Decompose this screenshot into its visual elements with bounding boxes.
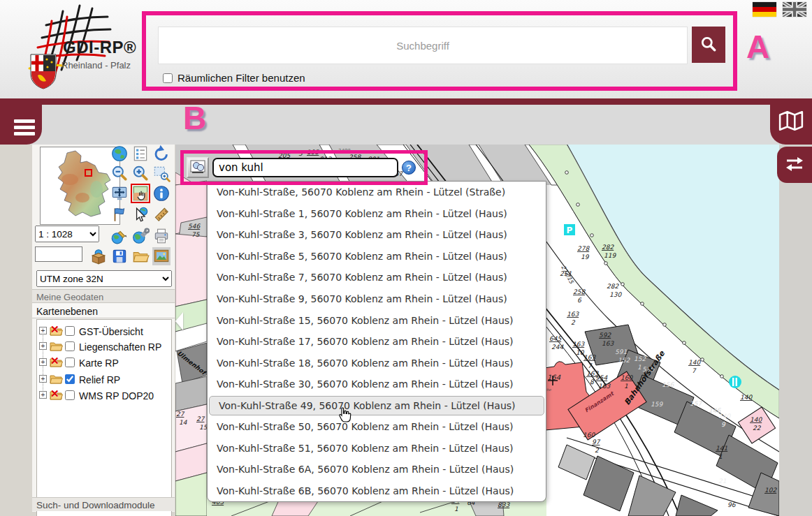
parcel-label: 140	[740, 394, 753, 401]
autocomplete-item[interactable]: Von-Kuhl-Straße 18, 56070 Koblenz am Rhe…	[208, 353, 546, 374]
tree-expand-icon[interactable]: +	[39, 375, 47, 383]
coordinate-input[interactable]	[35, 246, 82, 262]
folder-unavailable-icon: ✕	[49, 325, 63, 337]
autocomplete-item[interactable]: Von-Kuhl-Straße 50, 56070 Koblenz am Rhe…	[208, 416, 546, 438]
parcel-label: 159	[651, 401, 663, 408]
parcel-label: 152	[618, 357, 630, 364]
parcel-label: 591	[615, 348, 627, 355]
parcel-label: 22	[753, 425, 762, 432]
parcel-label: 282	[602, 244, 614, 251]
spatial-filter-row: Räumlichen Filter benutzen	[163, 72, 305, 84]
layer-row-karte[interactable]: +✕Karte RP	[37, 356, 171, 370]
german-flag[interactable]	[753, 2, 776, 17]
parcel-label: 140	[750, 416, 762, 423]
scale-select[interactable]: 1 : 1028	[35, 226, 99, 242]
parcel-label: 27	[196, 415, 205, 422]
parcel-label: 278	[577, 245, 590, 252]
folder-icon	[49, 340, 63, 353]
legend-button[interactable]	[131, 145, 150, 163]
search-panel-highlight-a: Räumlichen Filter benutzen	[142, 11, 737, 91]
autocomplete-item[interactable]: Von-Kuhl-Straße 5, 56070 Koblenz am Rhei…	[208, 246, 546, 267]
autocomplete-item[interactable]: Von-Kuhl-Straße 3, 56070 Koblenz am Rhei…	[208, 224, 546, 246]
section-kartenebenen[interactable]: Kartenebenen	[32, 304, 175, 318]
hamburger-menu-button[interactable]	[0, 98, 42, 145]
pan-button[interactable]	[110, 184, 129, 202]
select-features-button[interactable]	[131, 205, 150, 223]
zoom-out-button[interactable]	[110, 164, 129, 182]
parcel-label: 102	[764, 487, 777, 494]
map-settings-button[interactable]	[131, 227, 150, 245]
header-search-input[interactable]	[158, 27, 688, 64]
autocomplete-item[interactable]: Von-Kuhl-Straße 1, 56070 Koblenz am Rhei…	[208, 203, 546, 225]
undo-extent-button[interactable]	[152, 145, 171, 163]
autocomplete-item[interactable]: Von-Kuhl-Straße 7, 56070 Koblenz am Rhei…	[208, 267, 546, 288]
session-package-button[interactable]	[89, 247, 108, 265]
info-button[interactable]	[152, 184, 171, 202]
crs-select[interactable]: UTM zone 32N	[36, 270, 172, 287]
gdi-rp-logo[interactable]: GDI-RP® Rheinland - Pfalz	[20, 3, 149, 95]
image-export-button[interactable]	[152, 247, 171, 265]
help-icon[interactable]: ?	[402, 161, 416, 175]
layer-row-relief[interactable]: +Relief RP	[37, 373, 171, 387]
zoom-in-button[interactable]	[131, 164, 150, 182]
map-view-button[interactable]	[770, 98, 812, 145]
measure-button[interactable]	[152, 205, 171, 223]
section-such-downloadmodule[interactable]: Such- und Downloadmodule	[32, 497, 175, 511]
swap-panels-button[interactable]	[777, 147, 812, 183]
section-meine-geodaten[interactable]: Meine Geodaten	[32, 289, 175, 303]
autocomplete-item[interactable]: Von-Kuhl-Straße 6B, 56070 Koblenz am Rhe…	[208, 480, 546, 502]
layer-checkbox[interactable]	[65, 374, 75, 384]
map-icon	[778, 110, 804, 131]
tree-expand-icon[interactable]: +	[39, 358, 47, 366]
autocomplete-dropdown: Von-Kuhl-Straße, 56070 Koblenz am Rhein …	[207, 181, 546, 502]
spatial-filter-checkbox[interactable]	[163, 73, 173, 83]
autocomplete-item[interactable]: Von-Kuhl-Straße 15, 56070 Koblenz am Rhe…	[208, 310, 546, 332]
autocomplete-item[interactable]: Von-Kuhl-Straße 6A, 56070 Koblenz am Rhe…	[208, 459, 546, 480]
tree-expand-icon[interactable]: +	[39, 391, 47, 399]
print-button[interactable]	[152, 227, 171, 245]
open-folder-button[interactable]	[131, 247, 150, 265]
parcel-label: 75	[191, 231, 201, 238]
annotation-b: B	[183, 99, 206, 137]
parcel-label: 164	[547, 374, 561, 381]
layer-checkbox[interactable]	[65, 341, 75, 351]
layer-label: Liegenschaften RP	[79, 341, 161, 353]
parcel-label: 163	[572, 341, 585, 348]
parcel-label: 1	[718, 453, 723, 460]
autocomplete-item[interactable]: Von-Kuhl-Straße 30, 56070 Koblenz am Rhe…	[208, 374, 546, 395]
parcel-label: 96	[727, 501, 737, 508]
parcel-label: 119	[604, 252, 616, 259]
search-module-button[interactable]	[187, 157, 209, 178]
tree-expand-icon[interactable]: +	[39, 327, 47, 334]
tree-expand-icon[interactable]: +	[39, 342, 47, 350]
layer-checkbox[interactable]	[65, 357, 75, 367]
full-extent-globe-button[interactable]	[110, 145, 129, 163]
autocomplete-item[interactable]: Von-Kuhl-Straße 51, 56070 Koblenz am Rhe…	[208, 438, 546, 459]
english-flag[interactable]	[783, 2, 806, 17]
feature-info-button[interactable]	[131, 184, 150, 202]
autocomplete-item[interactable]: Von-Kuhl-Straße 9, 56070 Koblenz am Rhei…	[208, 288, 546, 310]
flag-marker-button[interactable]	[110, 205, 129, 223]
layer-row-liegenschaften[interactable]: +Liegenschaften RP	[37, 340, 171, 354]
hamburger-icon	[14, 119, 35, 123]
map-search-input[interactable]	[212, 158, 398, 177]
parcel-label: 140	[688, 359, 701, 366]
autocomplete-item[interactable]: Von-Kuhl-Straße 17, 56070 Koblenz am Rhe…	[208, 331, 546, 353]
layer-row-wms-dop20[interactable]: +✕WMS RP DOP20	[37, 389, 171, 403]
overview-map[interactable]	[40, 147, 120, 225]
folder-unavailable-icon: ✕	[49, 356, 63, 369]
redlining-button[interactable]	[110, 227, 129, 245]
layer-checkbox[interactable]	[65, 390, 75, 400]
parcel-label: 163	[567, 311, 579, 318]
header-search-button[interactable]	[692, 27, 725, 63]
parcel-label: 1	[624, 383, 628, 390]
parcel-label: 258	[573, 288, 586, 295]
overview-map-graphic	[41, 147, 118, 223]
save-button[interactable]	[110, 247, 129, 265]
layer-row-gst[interactable]: +✕GST-Übersicht	[37, 325, 171, 339]
autocomplete-item[interactable]: Von-Kuhl-Straße 49, 56070 Koblenz am Rhe…	[209, 396, 544, 415]
zoom-rectangle-button[interactable]	[152, 164, 171, 182]
layer-checkbox[interactable]	[65, 326, 75, 336]
collapse-sidebar-arrow[interactable]	[175, 312, 183, 330]
parcel-label: 156	[662, 381, 674, 388]
